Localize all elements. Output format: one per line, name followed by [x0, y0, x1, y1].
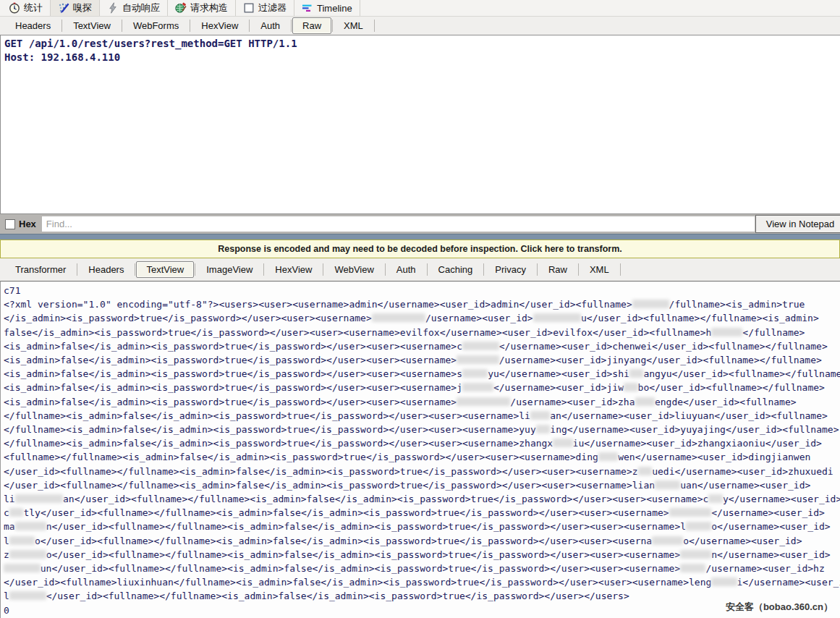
tab-separator [578, 263, 579, 276]
response-tab-webview[interactable]: WebView [324, 262, 383, 277]
toolbar-item-label: 嗅探 [73, 1, 92, 14]
request-line: GET /api/1.0/rest/users?rest_method=GET … [4, 37, 836, 51]
response-tab-textview[interactable]: TextView [136, 261, 194, 278]
redacted-patch [711, 577, 737, 586]
tab-separator [77, 263, 77, 276]
response-tab-hexview[interactable]: HexView [265, 262, 322, 277]
toolbar-item-label: 自动响应 [122, 1, 160, 14]
tab-separator [323, 263, 323, 276]
response-line: c71 [4, 284, 840, 297]
redacted-patch [632, 300, 669, 308]
filter-checkbox-icon [243, 2, 255, 14]
redacted-patch [462, 369, 488, 378]
tab-separator [263, 263, 264, 276]
toolbar-item-statistics[interactable]: 统计 [1, 0, 51, 16]
toolbar-item-label: 统计 [24, 1, 43, 14]
redacted-patch [635, 397, 655, 406]
pane-splitter[interactable] [0, 234, 840, 240]
redacted-patch [655, 481, 680, 489]
redacted-patch [598, 452, 618, 461]
response-line: un</user_id><fullname></fullname><is_adm… [4, 562, 840, 575]
redacted-patch [9, 591, 46, 600]
response-tab-raw[interactable]: Raw [538, 262, 577, 277]
toolbar-item-composer[interactable]: 请求构造 [168, 0, 236, 16]
redacted-patch [9, 536, 35, 545]
redacted-patch [9, 508, 24, 517]
request-body[interactable]: GET /api/1.0/rest/users?rest_method=GET … [0, 35, 840, 214]
view-in-notepad-button[interactable]: View in Notepad [755, 215, 840, 233]
response-line: <is_admin>false</is_admin><is_password>t… [4, 353, 840, 367]
response-line: </user_id><fullname></fullname><is_admin… [4, 478, 840, 492]
redacted-patch [462, 383, 493, 391]
response-line: zo</user_id><fullname></fullname><is_adm… [4, 548, 840, 562]
request-tab-webforms[interactable]: WebForms [123, 18, 189, 33]
toolbar-item-label: Timeline [317, 3, 352, 14]
redacted-patch [372, 313, 425, 322]
request-tab-raw[interactable]: Raw [292, 17, 331, 34]
response-line: <?xml version="1.0" encoding="utf-8"?><u… [4, 297, 840, 311]
redacted-patch [530, 411, 550, 420]
request-tab-auth[interactable]: Auth [250, 18, 290, 33]
tab-separator [249, 20, 250, 32]
tab-separator [291, 20, 292, 32]
request-tab-hexview[interactable]: HexView [191, 18, 248, 33]
tab-separator [61, 20, 62, 32]
response-line: </fullname><is_admin>false</is_admin><is… [4, 409, 840, 423]
hex-checkbox-label: Hex [19, 219, 36, 229]
redacted-patch [9, 550, 46, 559]
request-tabstrip: HeadersTextViewWebFormsHexViewAuthRawXML [0, 17, 840, 35]
clock-icon [9, 2, 20, 14]
tab-separator [190, 20, 190, 32]
hex-checkbox[interactable] [5, 219, 15, 229]
redacted-patch [680, 564, 705, 572]
response-line: <is_admin>false</is_admin><is_password>t… [4, 395, 840, 409]
response-line: </fullname><is_admin>false</is_admin><is… [4, 436, 840, 450]
response-body[interactable]: c71<?xml version="1.0" encoding="utf-8"?… [0, 281, 840, 618]
response-line: <fullname></fullname><is_admin>false</is… [4, 450, 840, 464]
redacted-patch [680, 550, 711, 559]
request-tab-headers[interactable]: Headers [5, 18, 61, 33]
request-tab-textview[interactable]: TextView [63, 18, 121, 33]
response-encoded-banner[interactable]: Response is encoded and may need to be d… [0, 240, 840, 258]
toolbar-item-inspectors[interactable]: 嗅探 [51, 0, 100, 16]
composer-icon [175, 2, 187, 14]
response-tab-xml[interactable]: XML [580, 262, 619, 277]
response-line: </user_id><fullname></fullname><is_admin… [4, 465, 840, 478]
response-line: <is_admin>false</is_admin><is_password>t… [4, 367, 840, 381]
redacted-patch [553, 439, 572, 447]
response-tab-caching[interactable]: Caching [428, 262, 483, 277]
redacted-patch [638, 467, 653, 475]
response-line: 0 [4, 604, 840, 617]
response-tab-headers[interactable]: Headers [78, 262, 134, 277]
redacted-patch [15, 494, 63, 503]
response-line: lian</user_id><fullname></fullname><is_a… [4, 492, 840, 506]
toolbar-item-label: 请求构造 [190, 1, 228, 14]
response-line: false</is_admin><is_password>true</is_pa… [4, 326, 840, 339]
tab-separator [122, 20, 122, 32]
toolbar-item-label: 过滤器 [258, 1, 287, 14]
timeline-icon [302, 2, 313, 14]
response-line: </is_admin><is_password>true</is_passwor… [4, 311, 840, 325]
request-tab-xml[interactable]: XML [334, 18, 373, 33]
redacted-patch [457, 397, 510, 406]
tab-separator [195, 263, 195, 276]
toolbar-item-autoresponder[interactable]: 自动响应 [100, 0, 168, 16]
request-line: Host: 192.168.4.110 [4, 51, 836, 64]
response-line: </fullname><is_admin>false</is_admin><is… [4, 423, 840, 436]
response-line: <is_admin>false</is_admin><is_password>t… [4, 381, 840, 394]
response-line: lo</user_id><fullname></fullname><is_adm… [4, 534, 840, 548]
response-tab-imageview[interactable]: ImageView [196, 262, 263, 277]
redacted-patch [4, 564, 41, 572]
response-tab-auth[interactable]: Auth [386, 262, 426, 277]
tab-separator [483, 263, 484, 276]
redacted-patch [462, 342, 499, 350]
tab-separator [374, 20, 375, 32]
redacted-patch [708, 494, 723, 503]
toolbar-item-timeline[interactable]: Timeline [294, 0, 360, 16]
toolbar-item-filters[interactable]: 过滤器 [236, 0, 294, 16]
redacted-patch [457, 355, 499, 364]
find-input[interactable] [42, 216, 755, 232]
response-tab-privacy[interactable]: Privacy [485, 262, 536, 277]
response-tab-transformer[interactable]: Transformer [5, 262, 76, 277]
tab-separator [537, 263, 538, 276]
